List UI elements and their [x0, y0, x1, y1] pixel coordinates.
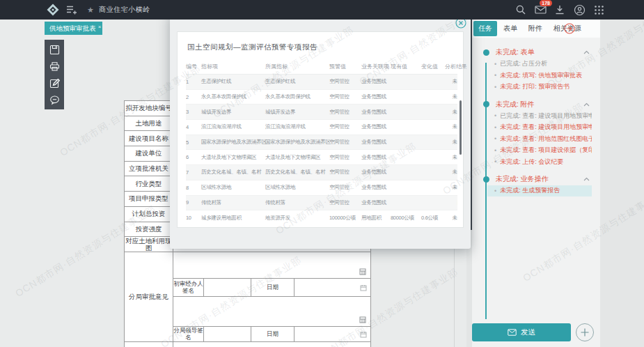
task-item[interactable]: •已完成: 占压分析 [487, 59, 592, 70]
table-cell: 2 [186, 94, 201, 100]
calendar-icon [360, 331, 367, 338]
leader-sign-field[interactable] [204, 327, 251, 342]
form-field-label: 投资强度 [125, 222, 173, 238]
task-item[interactable]: •未完成: 查看: 建设项目用地预审申请报... [487, 122, 592, 133]
table-row[interactable]: 1生态保护红线生态保护红线空间管控业务范围线未突破 [186, 75, 457, 90]
bullet-icon: • [494, 112, 496, 119]
chevron-up-icon[interactable] [583, 177, 590, 181]
table-scrollbar-thumb[interactable] [460, 100, 462, 155]
bullet-icon: • [494, 72, 496, 79]
app-grid-icon[interactable] [592, 3, 605, 16]
table-cell: 未突破 [442, 93, 457, 100]
table-cell: 空间管控 [329, 78, 361, 85]
form-field-label: 项目申报类型 [125, 192, 173, 207]
table-cell: 未突破 [442, 78, 457, 85]
table-cell: 未突破 [442, 139, 457, 146]
cell-detail-icon[interactable] [359, 268, 366, 275]
open-arrow-icon[interactable] [564, 23, 575, 34]
bullet-icon: • [494, 124, 496, 131]
topbar-actions: 178 [515, 0, 605, 20]
table-cell: 业务范围线 [361, 154, 391, 161]
task-item[interactable]: •未完成: 上传: 会议纪要 [487, 157, 592, 168]
task-item[interactable]: •未完成: 查看: 用地范围红线图电子光盘 [487, 134, 592, 145]
warning-report-modal: 国土空间规划—监测评估预警专项报告 编号指标项所属指标预警值业务关联项现有值变化… [170, 13, 471, 249]
form-field-label: 建设单位 [125, 146, 173, 162]
form-tab-label: 供地预审审批表 [49, 24, 96, 32]
search-icon[interactable] [515, 3, 527, 16]
side-toolbar [45, 40, 64, 109]
table-cell: 业务范围线 [361, 184, 391, 191]
task-section-header[interactable]: 未完成: 附件 [472, 99, 600, 110]
table-cell: 沿江沿海沿湖岸线 [201, 123, 265, 130]
print-icon[interactable] [49, 61, 60, 72]
table-row[interactable]: 9传统村落传统村落空间管控业务范围线突破 [186, 196, 457, 211]
table-cell: 空间管控 [329, 184, 361, 191]
table-cell: 10 [186, 215, 201, 221]
task-item[interactable]: •未完成: 查看: 项目建设依据（复印件） [487, 145, 592, 156]
reviewer-sign-field[interactable] [204, 279, 251, 297]
chevron-up-icon[interactable] [583, 50, 590, 54]
compass-logo-icon[interactable] [46, 3, 60, 17]
bullet-icon: • [494, 61, 496, 68]
form-field-label: 土地用途 [125, 116, 173, 132]
table-cell: 未突破 [442, 123, 457, 130]
edit-icon[interactable] [49, 78, 60, 88]
task-panel: 任务表单附件相关资源 未完成: 表单•已完成: 占压分析•未完成: 填写: 供地… [472, 20, 600, 347]
table-cell: 7 [186, 169, 201, 176]
table-row[interactable]: 8区域性水源地区域性水源地空间管控业务范围线未突破 [186, 180, 457, 196]
task-item-label: 未完成: 查看: 用地范围红线图电子光盘 [500, 134, 592, 144]
add-button[interactable] [576, 323, 594, 341]
chevron-up-icon[interactable] [583, 102, 590, 107]
timeline-dot [483, 101, 489, 107]
table-cell: 8 [186, 185, 201, 191]
approval-section: 分局审批意见 初审经办人签名 日期 分局领导签名 [125, 252, 371, 342]
section-title: 未完成: 附件 [496, 100, 535, 109]
form-field-label: 建设项目名称 [125, 131, 173, 146]
task-item[interactable]: •已完成: 查看: 建设项目用地预审申请表... [487, 111, 592, 122]
table-cell: 80000公顷 [391, 215, 421, 222]
table-cell: 国家水源保护地及水源涵养区 [265, 139, 329, 146]
table-cell: 地资源开发 [265, 215, 329, 222]
table-cell: 生态保护红线 [201, 78, 265, 85]
approval-comment-field-2[interactable] [173, 297, 371, 327]
tab-forms[interactable]: 表单 [498, 21, 522, 36]
table-cell: 0.6公顷 [421, 215, 442, 222]
table-row[interactable]: 10城乡建设用地面积地资源开发100000公顷用地面积80000公顷0.6公顷未… [186, 210, 457, 222]
favorite-star-icon[interactable]: ★ [87, 6, 94, 14]
task-section-header[interactable]: 未完成: 表单 [472, 47, 600, 58]
table-body: 1生态保护红线生态保护红线空间管控业务范围线未突破2永久基本农田保护线永久基本农… [186, 75, 457, 222]
table-row[interactable]: 3城镇开发边界城镇开发边界空间管控业务范围线未突破 [186, 105, 457, 120]
tab-attachments[interactable]: 附件 [524, 21, 547, 36]
task-section-header[interactable]: 未完成: 业务操作 [472, 174, 600, 185]
close-icon[interactable]: × [98, 20, 102, 33]
table-row[interactable]: 5国家水源保护地及水源涵养区国家水源保护地及水源涵养区空间管控业务范围线未突破 [186, 135, 457, 151]
user-icon[interactable] [573, 3, 586, 16]
comment-icon[interactable] [49, 95, 60, 105]
table-cell: 永久基本农田保护线 [265, 93, 329, 100]
task-item[interactable]: •未完成: 打印: 预审报告书 [487, 82, 592, 93]
table-cell: 大遗址及地下文物埋藏区 [201, 154, 265, 161]
task-item-label: 已完成: 占压分析 [500, 59, 547, 68]
table-row[interactable]: 7历史文化名城、名镇、名村历史文化名城、名镇、名村空间管控业务范围线未突破 [186, 165, 457, 180]
table-row[interactable]: 6大遗址及地下文物埋藏区大遗址及地下文物埋藏区空间管控业务范围线未突破 [186, 150, 457, 165]
mail-icon[interactable]: 178 [534, 3, 547, 16]
table-cell: 历史文化名城、名镇、名村 [265, 169, 329, 176]
cell-detail-icon[interactable] [359, 316, 366, 323]
task-item[interactable]: •未完成: 填写: 供地预审审批表 [487, 70, 592, 82]
table-row[interactable]: 2永久基本农田保护线永久基本农田保护线空间管控业务范围线未突破 [186, 90, 457, 105]
download-icon[interactable] [553, 3, 566, 16]
task-item-label: 已完成: 查看: 建设项目用地预审申请表... [500, 111, 592, 121]
form-tab-supply-preapproval[interactable]: 供地预审审批表 × [45, 22, 102, 35]
approval-comment-field[interactable] [173, 252, 371, 279]
tab-tasks[interactable]: 任务 [473, 21, 497, 36]
app-window: ★ 商业住宅小横岭 178 供地预审审批表 × [0, 0, 644, 347]
table-cell: 6 [186, 154, 201, 160]
menu-add-icon[interactable] [65, 4, 78, 15]
leader-date-field[interactable] [294, 327, 371, 342]
form-field-label: 立项批准机关 [125, 162, 173, 177]
save-icon[interactable] [49, 45, 60, 55]
send-button[interactable]: 发送 [472, 323, 571, 341]
reviewer-date-field[interactable] [294, 279, 371, 297]
table-row[interactable]: 4沿江沿海沿湖岸线沿江沿海沿湖岸线空间管控业务范围线未突破 [186, 120, 457, 135]
task-item[interactable]: •未完成: 生成预警报告 [487, 185, 592, 196]
